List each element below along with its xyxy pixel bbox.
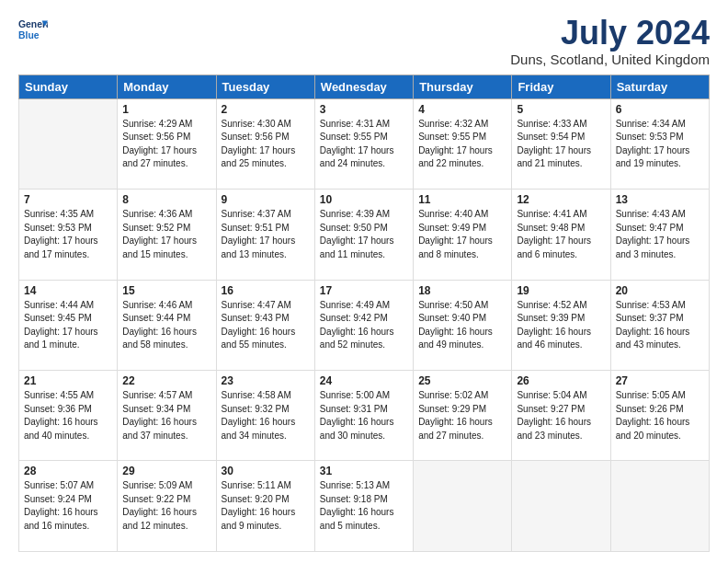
day-info: Sunrise: 4:29 AM Sunset: 9:56 PM Dayligh… [122, 118, 210, 171]
week-row-2: 7Sunrise: 4:35 AM Sunset: 9:53 PM Daylig… [19, 190, 710, 280]
table-cell: 7Sunrise: 4:35 AM Sunset: 9:53 PM Daylig… [19, 190, 118, 280]
week-row-3: 14Sunrise: 4:44 AM Sunset: 9:45 PM Dayli… [19, 280, 710, 370]
day-info: Sunrise: 4:40 AM Sunset: 9:49 PM Dayligh… [418, 208, 506, 261]
day-number: 23 [222, 374, 310, 387]
table-cell: 13Sunrise: 4:43 AM Sunset: 9:47 PM Dayli… [610, 190, 709, 280]
table-cell: 18Sunrise: 4:50 AM Sunset: 9:40 PM Dayli… [414, 280, 512, 370]
table-cell: 10Sunrise: 4:39 AM Sunset: 9:50 PM Dayli… [314, 190, 413, 280]
day-number: 13 [616, 193, 704, 206]
title-block: July 2024 Duns, Scotland, United Kingdom [510, 15, 710, 67]
day-info: Sunrise: 4:52 AM Sunset: 9:39 PM Dayligh… [517, 299, 605, 352]
table-cell: 23Sunrise: 4:58 AM Sunset: 9:32 PM Dayli… [216, 371, 314, 461]
day-number: 25 [418, 374, 506, 387]
day-info: Sunrise: 5:07 AM Sunset: 9:24 PM Dayligh… [24, 479, 112, 533]
logo-icon: General Blue [18, 15, 48, 44]
table-cell: 21Sunrise: 4:55 AM Sunset: 9:36 PM Dayli… [19, 371, 118, 461]
day-info: Sunrise: 4:37 AM Sunset: 9:51 PM Dayligh… [222, 208, 310, 261]
day-info: Sunrise: 4:47 AM Sunset: 9:43 PM Dayligh… [222, 299, 310, 352]
day-info: Sunrise: 5:00 AM Sunset: 9:31 PM Dayligh… [320, 389, 408, 442]
day-info: Sunrise: 4:46 AM Sunset: 9:44 PM Dayligh… [122, 299, 210, 352]
table-cell: 5Sunrise: 4:33 AM Sunset: 9:54 PM Daylig… [512, 98, 610, 189]
table-cell: 31Sunrise: 5:13 AM Sunset: 9:18 PM Dayli… [314, 461, 413, 552]
day-number: 3 [320, 103, 408, 116]
table-cell [610, 461, 709, 552]
day-number: 9 [222, 193, 310, 206]
day-info: Sunrise: 4:39 AM Sunset: 9:50 PM Dayligh… [320, 208, 408, 261]
day-number: 8 [122, 193, 210, 206]
table-cell: 17Sunrise: 4:49 AM Sunset: 9:42 PM Dayli… [314, 280, 413, 370]
day-number: 30 [222, 465, 310, 477]
day-info: Sunrise: 4:30 AM Sunset: 9:56 PM Dayligh… [222, 118, 310, 171]
table-cell [414, 461, 512, 552]
day-number: 31 [320, 465, 408, 477]
col-saturday: Saturday [610, 75, 709, 98]
table-cell: 15Sunrise: 4:46 AM Sunset: 9:44 PM Dayli… [118, 280, 216, 370]
col-thursday: Thursday [414, 75, 512, 98]
col-wednesday: Wednesday [314, 75, 413, 98]
day-number: 17 [320, 284, 408, 297]
day-info: Sunrise: 4:57 AM Sunset: 9:34 PM Dayligh… [122, 389, 210, 442]
day-info: Sunrise: 4:50 AM Sunset: 9:40 PM Dayligh… [418, 299, 506, 352]
subtitle: Duns, Scotland, United Kingdom [510, 52, 710, 67]
week-row-1: 1Sunrise: 4:29 AM Sunset: 9:56 PM Daylig… [19, 98, 710, 189]
table-cell: 16Sunrise: 4:47 AM Sunset: 9:43 PM Dayli… [216, 280, 314, 370]
day-info: Sunrise: 4:43 AM Sunset: 9:47 PM Dayligh… [616, 208, 704, 261]
col-monday: Monday [118, 75, 216, 98]
table-cell: 3Sunrise: 4:31 AM Sunset: 9:55 PM Daylig… [314, 98, 413, 189]
day-info: Sunrise: 4:58 AM Sunset: 9:32 PM Dayligh… [222, 389, 310, 442]
day-info: Sunrise: 5:05 AM Sunset: 9:26 PM Dayligh… [616, 389, 704, 442]
day-number: 10 [320, 193, 408, 206]
day-number: 28 [24, 465, 112, 477]
day-number: 16 [222, 284, 310, 297]
day-info: Sunrise: 5:09 AM Sunset: 9:22 PM Dayligh… [122, 479, 210, 533]
header: General Blue July 2024 Duns, Scotland, U… [18, 15, 710, 67]
table-cell: 19Sunrise: 4:52 AM Sunset: 9:39 PM Dayli… [512, 280, 610, 370]
main-title: July 2024 [510, 15, 710, 52]
day-info: Sunrise: 4:31 AM Sunset: 9:55 PM Dayligh… [320, 118, 408, 171]
day-number: 29 [122, 465, 210, 477]
table-cell: 9Sunrise: 4:37 AM Sunset: 9:51 PM Daylig… [216, 190, 314, 280]
col-friday: Friday [512, 75, 610, 98]
day-info: Sunrise: 4:34 AM Sunset: 9:53 PM Dayligh… [616, 118, 704, 171]
day-number: 22 [122, 374, 210, 387]
day-number: 27 [616, 374, 704, 387]
table-cell: 2Sunrise: 4:30 AM Sunset: 9:56 PM Daylig… [216, 98, 314, 189]
day-info: Sunrise: 4:33 AM Sunset: 9:54 PM Dayligh… [517, 118, 605, 171]
col-sunday: Sunday [19, 75, 118, 98]
day-number: 1 [122, 103, 210, 116]
day-number: 18 [418, 284, 506, 297]
table-cell: 20Sunrise: 4:53 AM Sunset: 9:37 PM Dayli… [610, 280, 709, 370]
page: General Blue July 2024 Duns, Scotland, U… [0, 0, 728, 563]
table-cell: 28Sunrise: 5:07 AM Sunset: 9:24 PM Dayli… [19, 461, 118, 552]
day-info: Sunrise: 4:41 AM Sunset: 9:48 PM Dayligh… [517, 208, 605, 261]
day-info: Sunrise: 4:49 AM Sunset: 9:42 PM Dayligh… [320, 299, 408, 352]
day-number: 2 [222, 103, 310, 116]
week-row-4: 21Sunrise: 4:55 AM Sunset: 9:36 PM Dayli… [19, 371, 710, 461]
day-info: Sunrise: 4:36 AM Sunset: 9:52 PM Dayligh… [122, 208, 210, 261]
day-number: 24 [320, 374, 408, 387]
table-cell: 8Sunrise: 4:36 AM Sunset: 9:52 PM Daylig… [118, 190, 216, 280]
day-info: Sunrise: 5:02 AM Sunset: 9:29 PM Dayligh… [418, 389, 506, 442]
table-cell [512, 461, 610, 552]
day-info: Sunrise: 4:35 AM Sunset: 9:53 PM Dayligh… [24, 208, 112, 261]
day-info: Sunrise: 4:32 AM Sunset: 9:55 PM Dayligh… [418, 118, 506, 171]
day-info: Sunrise: 4:53 AM Sunset: 9:37 PM Dayligh… [616, 299, 704, 352]
logo: General Blue [18, 15, 48, 44]
day-number: 14 [24, 284, 112, 297]
day-number: 11 [418, 193, 506, 206]
table-cell: 27Sunrise: 5:05 AM Sunset: 9:26 PM Dayli… [610, 371, 709, 461]
day-number: 7 [24, 193, 112, 206]
col-tuesday: Tuesday [216, 75, 314, 98]
table-cell [19, 98, 118, 189]
day-info: Sunrise: 4:55 AM Sunset: 9:36 PM Dayligh… [24, 389, 112, 442]
svg-text:Blue: Blue [18, 30, 40, 40]
table-cell: 1Sunrise: 4:29 AM Sunset: 9:56 PM Daylig… [118, 98, 216, 189]
table-cell: 30Sunrise: 5:11 AM Sunset: 9:20 PM Dayli… [216, 461, 314, 552]
table-cell: 24Sunrise: 5:00 AM Sunset: 9:31 PM Dayli… [314, 371, 413, 461]
day-number: 6 [616, 103, 704, 116]
table-cell: 12Sunrise: 4:41 AM Sunset: 9:48 PM Dayli… [512, 190, 610, 280]
week-row-5: 28Sunrise: 5:07 AM Sunset: 9:24 PM Dayli… [19, 461, 710, 552]
table-cell: 25Sunrise: 5:02 AM Sunset: 9:29 PM Dayli… [414, 371, 512, 461]
day-info: Sunrise: 4:44 AM Sunset: 9:45 PM Dayligh… [24, 299, 112, 352]
day-number: 20 [616, 284, 704, 297]
